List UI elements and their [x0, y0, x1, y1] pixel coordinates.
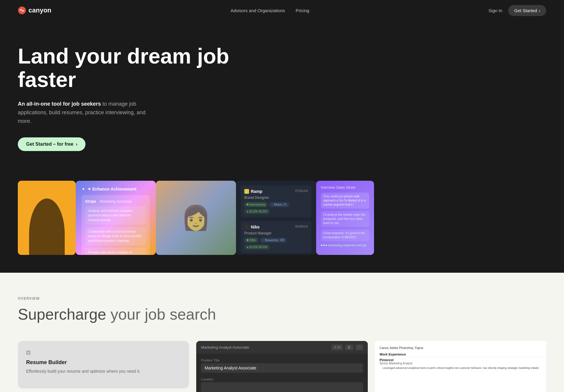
- sign-in-link[interactable]: Sign In: [489, 8, 503, 13]
- nav-right: Sign In Get Started ›: [489, 5, 546, 16]
- job-entry-nike: Nike 06/09/24 Product Manager Offer ↑ Be…: [241, 221, 311, 253]
- chat-a1: I'd analyze the market segm the prospect…: [321, 211, 369, 227]
- delete-action-badge: 🗑: [345, 345, 353, 350]
- resume-job1-title: Pinterest: [380, 358, 541, 362]
- cta-chevron-icon: ›: [76, 142, 77, 147]
- overview-label: OVERVIEW: [18, 296, 546, 301]
- chevron-right-icon: ›: [539, 8, 540, 13]
- job-date-ramp: 07/01/24: [295, 189, 308, 193]
- overview-title-rest: your job search: [106, 306, 216, 323]
- location-field: Location: [201, 377, 363, 392]
- hero-card-jobs: Ramp 07/01/24 Brand Designer Interviewin…: [236, 181, 316, 255]
- job-header-ramp: Ramp 07/01/24: [244, 189, 308, 194]
- enhance-body: Stripe Marketing Associate Analyze and i…: [82, 195, 150, 255]
- ai-action-badge: ✦ AI: [332, 345, 343, 350]
- hero-card-enhance: ✦ ✦ Enhance Achievement Stripe Marketing…: [76, 181, 156, 255]
- chat-a2: Great response. It's good to the incorpo…: [321, 229, 369, 241]
- get-started-nav-button[interactable]: Get Started ›: [508, 5, 546, 16]
- hero-subtitle-strong: An all-in-one tool for job seekers: [18, 101, 101, 107]
- dot-2: [323, 245, 325, 246]
- status-tag: Interviewing: [244, 202, 267, 207]
- resume-work-exp-label: Work Experience: [380, 353, 541, 357]
- resume-skills-text: Canva, Adobe Photoshop, Figma: [380, 346, 541, 350]
- hero-subtitle: An all-in-one tool for job seekers to ma…: [18, 100, 160, 125]
- enhance-bullet-3: Provide data-driven insights to stakehol…: [85, 248, 146, 255]
- navigation: canyon Advisors and Organizations Pricin…: [0, 0, 564, 21]
- job-entry-ramp: Ramp 07/01/24 Brand Designer Interviewin…: [241, 185, 311, 218]
- hero-card-yellow: [18, 181, 76, 255]
- photo-placeholder: 👩: [156, 181, 236, 255]
- overview-title-plain: Supercharge: [18, 306, 106, 323]
- hero-title: Land your dream job faster: [18, 45, 255, 91]
- nav-pricing[interactable]: Pricing: [296, 8, 309, 13]
- expand-action-badge: ⌃: [356, 345, 363, 350]
- location-value: [201, 382, 363, 392]
- features-grid: ⊡ Resume Builder Effortlessly build your…: [18, 341, 546, 392]
- enhance-bullet-2: Collaborate with cross-functional teams …: [85, 227, 146, 245]
- feature-cards-strip: ✦ ✦ Enhance Achievement Stripe Marketing…: [0, 169, 564, 273]
- salary-icon: ●: [247, 210, 248, 213]
- chat-loading: Assessing responses and ge: [321, 244, 369, 247]
- ramp-company-icon: [244, 189, 249, 194]
- interview-header: Interview Sales Strate: [321, 185, 369, 190]
- job-role-nike: Product Manager: [244, 231, 308, 235]
- location-icon: ↑: [272, 203, 273, 206]
- position-title-label: Position Title: [201, 358, 363, 362]
- job-tags-nike: Offer ↑ Beaverton, OR ● $120K-$220K: [244, 238, 308, 250]
- star-icon: ✦: [82, 187, 85, 191]
- location-label: Location: [201, 377, 363, 381]
- hero-section: Land your dream job faster An all-in-one…: [0, 21, 564, 169]
- overview-section: OVERVIEW Supercharge your job search ⊡ R…: [0, 273, 564, 392]
- offer-status-tag: Offer: [244, 238, 258, 243]
- enhance-title: ✦ Enhance Achievement: [88, 187, 137, 191]
- feature-screenshot-form: Marketing Analyst Associate ✦ AI 🗑 ⌃ Pos…: [196, 341, 367, 392]
- resume-job1-bullet: Leveraged advanced analytical tools to p…: [383, 366, 541, 370]
- location-icon-2: ↑: [262, 239, 264, 242]
- screenshot-header: Marketing Analyst Associate ✦ AI 🗑 ⌃: [196, 341, 367, 354]
- salary-icon-2: ●: [247, 245, 248, 249]
- overview-title: Supercharge your job search: [18, 305, 546, 323]
- silhouette-shape: [29, 199, 65, 255]
- interview-chat: Troy, could you please walk approach a G…: [321, 193, 369, 250]
- enhance-header: ✦ ✦ Enhance Achievement: [82, 187, 150, 191]
- location-tag: ↑ Miami, FL: [269, 202, 289, 207]
- feature-resume-desc: Effortlessly build your resume and optim…: [26, 368, 181, 374]
- canyon-logo-icon: [18, 6, 26, 15]
- feature-resume-preview: Canva, Adobe Photoshop, Figma Work Exper…: [375, 341, 546, 392]
- job-role-ramp: Brand Designer: [244, 196, 308, 200]
- job-company-nike: Nike: [244, 225, 260, 229]
- dot-1: [321, 245, 322, 246]
- position-title-field: Position Title Marketing Analyst Associa…: [201, 358, 363, 373]
- resume-builder-icon: ⊡: [26, 349, 181, 356]
- nike-salary-tag: ● $120K-$220K: [244, 245, 270, 250]
- resume-job1-role: Senior Marketing Analyst: [380, 362, 541, 365]
- hero-cta-button[interactable]: Get Started – for free ›: [18, 137, 85, 151]
- feature-resume-title: Resume Builder: [26, 359, 181, 366]
- screenshot-actions: ✦ AI 🗑 ⌃: [332, 345, 363, 350]
- job-date-nike: 06/09/24: [295, 225, 308, 228]
- enhance-company: Stripe Marketing Associate: [85, 199, 146, 204]
- logo-text: canyon: [28, 7, 51, 14]
- job-company-ramp: Ramp: [244, 189, 262, 194]
- nike-location-tag: ↑ Beaverton, OR: [260, 238, 287, 243]
- hero-card-photo: 👩: [156, 181, 236, 255]
- screenshot-body: Position Title Marketing Analyst Associa…: [196, 354, 367, 392]
- person-icon: 👩: [181, 204, 211, 232]
- chat-q1: Troy, could you please walk approach a G…: [321, 193, 369, 209]
- job-tags-ramp: Interviewing ↑ Miami, FL ● $120K-$220K: [244, 202, 308, 214]
- screenshot-form-title: Marketing Analyst Associate: [201, 345, 249, 350]
- nav-links: Advisors and Organizations Pricing: [231, 8, 309, 13]
- job-header-nike: Nike 06/09/24: [244, 225, 308, 229]
- nav-advisors[interactable]: Advisors and Organizations: [231, 8, 285, 13]
- dot-3: [326, 245, 327, 246]
- position-title-value: Marketing Analyst Associate: [201, 363, 363, 373]
- offer-dot: [247, 239, 248, 241]
- status-dot: [247, 204, 248, 205]
- nike-company-icon: [244, 225, 249, 229]
- enhance-bullet-1: Analyze and interpret complex payment da…: [85, 206, 146, 225]
- hero-card-interview: Interview Sales Strate Troy, could you p…: [316, 181, 374, 255]
- salary-tag: ● $120K-$220K: [244, 209, 270, 214]
- loading-dots: [321, 245, 327, 246]
- feature-resume-builder[interactable]: ⊡ Resume Builder Effortlessly build your…: [18, 341, 189, 388]
- logo-link[interactable]: canyon: [18, 6, 51, 15]
